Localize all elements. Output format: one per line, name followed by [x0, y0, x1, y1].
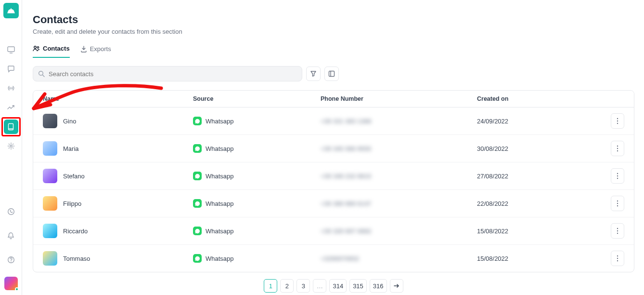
table-row[interactable]: Maria Whatsapp +39 345 586 9555 30/08/20… — [33, 135, 634, 162]
help-icon — [7, 256, 15, 264]
svg-point-11 — [34, 46, 37, 48]
app-logo[interactable] — [3, 3, 19, 18]
tab-label: Exports — [90, 45, 111, 53]
svg-point-33 — [617, 258, 618, 259]
nav-help[interactable] — [4, 253, 18, 267]
tab-label: Contacts — [43, 45, 70, 52]
chat-icon — [7, 65, 15, 73]
phone-number: +39 329 697 0882 — [321, 228, 477, 235]
page-next-button[interactable] — [390, 279, 403, 293]
svg-point-4 — [11, 88, 12, 89]
nav-chat[interactable] — [4, 62, 18, 76]
tab-exports[interactable]: Exports — [80, 45, 111, 58]
contact-name: Maria — [63, 145, 79, 152]
svg-point-12 — [37, 46, 39, 48]
svg-point-20 — [617, 146, 618, 147]
contact-name: Riccardo — [63, 228, 88, 235]
page-2-button[interactable]: 2 — [280, 279, 294, 293]
source-label: Whatsapp — [206, 200, 234, 207]
svg-rect-15 — [329, 71, 335, 77]
main-content: Contacts Create, edit and delete your co… — [22, 0, 644, 295]
created-date: 30/08/2022 — [477, 145, 605, 152]
row-actions-button[interactable] — [611, 168, 624, 184]
sidebar — [0, 0, 22, 295]
nav-whatsapp[interactable] — [4, 204, 18, 219]
row-actions-button[interactable] — [611, 141, 624, 156]
phone-number: +39 331 365 1388 — [321, 118, 477, 125]
svg-rect-0 — [7, 13, 15, 13]
svg-point-10 — [11, 261, 12, 262]
contact-name: Filippo — [63, 200, 81, 207]
col-header-source[interactable]: Source — [193, 95, 321, 102]
source-label: Whatsapp — [206, 228, 234, 235]
col-header-phone[interactable]: Phone Number — [321, 95, 477, 102]
whatsapp-badge-icon — [193, 199, 202, 208]
svg-point-24 — [617, 175, 618, 176]
tab-contacts[interactable]: Contacts — [33, 45, 70, 58]
whatsapp-badge-icon — [193, 144, 202, 153]
filter-button[interactable] — [306, 67, 321, 81]
user-avatar[interactable] — [4, 277, 18, 290]
page-subtitle: Create, edit and delete your contacts fr… — [33, 28, 634, 35]
svg-point-32 — [617, 255, 618, 256]
svg-point-17 — [617, 118, 618, 119]
page-1-button[interactable]: 1 — [264, 279, 277, 293]
table-row[interactable]: Gino Whatsapp +39 331 365 1388 24/09/202… — [33, 107, 634, 135]
avatar — [43, 224, 57, 238]
col-header-created[interactable]: Created on — [477, 95, 605, 102]
table-row[interactable]: Tommaso Whatsapp +3296970852 15/08/2022 — [33, 245, 634, 272]
contacts-table: Name Source Phone Number Created on Gino… — [33, 90, 634, 272]
source-label: Whatsapp — [206, 255, 234, 262]
pagination: 1 2 3 … 314 315 316 — [33, 272, 634, 295]
created-date: 15/08/2022 — [477, 228, 605, 235]
page-314-button[interactable]: 314 — [329, 279, 347, 293]
svg-point-30 — [617, 230, 618, 231]
page-ellipsis: … — [313, 279, 326, 293]
whatsapp-badge-icon — [193, 172, 202, 180]
contact-name: Gino — [63, 118, 76, 125]
gear-icon — [7, 142, 15, 150]
filter-row — [33, 66, 634, 81]
table-row[interactable]: Riccardo Whatsapp +39 329 697 0882 15/08… — [33, 217, 634, 245]
svg-point-28 — [617, 205, 618, 206]
page-315-button[interactable]: 315 — [349, 279, 367, 293]
nav-analytics[interactable] — [4, 100, 18, 115]
table-row[interactable]: Filippo Whatsapp +39 389 989 6147 22/08/… — [33, 190, 634, 217]
avatar — [43, 251, 57, 266]
svg-point-25 — [617, 178, 618, 179]
page-316-button[interactable]: 316 — [370, 279, 387, 293]
col-header-name[interactable]: Name — [43, 95, 193, 102]
arrow-right-icon — [394, 283, 399, 288]
row-actions-button[interactable] — [611, 113, 624, 129]
contact-name: Stefano — [63, 173, 85, 180]
svg-point-23 — [617, 173, 618, 174]
svg-point-8 — [8, 209, 14, 215]
row-actions-button[interactable] — [611, 223, 624, 239]
filter-icon — [310, 70, 317, 77]
avatar — [43, 141, 57, 156]
nav-settings[interactable] — [4, 139, 18, 153]
source-label: Whatsapp — [206, 118, 234, 125]
avatar — [43, 169, 57, 183]
nav-dashboard[interactable] — [4, 42, 18, 57]
search-input-wrap[interactable] — [33, 66, 302, 81]
created-date: 15/08/2022 — [477, 255, 605, 262]
page-3-button[interactable]: 3 — [296, 279, 310, 293]
row-actions-button[interactable] — [611, 196, 624, 211]
cloche-icon — [7, 7, 15, 14]
svg-point-1 — [11, 8, 12, 9]
nav-contacts[interactable] — [4, 120, 18, 134]
broadcast-icon — [7, 85, 15, 92]
page-title: Contacts — [33, 13, 634, 26]
svg-point-27 — [617, 203, 618, 204]
nav-broadcast[interactable] — [4, 81, 18, 95]
dots-vertical-icon — [617, 228, 618, 234]
search-input[interactable] — [49, 70, 297, 78]
table-row[interactable]: Stefano Whatsapp +39 349 232 9815 27/08/… — [33, 162, 634, 190]
columns-button[interactable] — [324, 67, 339, 81]
nav-notifications[interactable] — [4, 228, 18, 243]
svg-point-22 — [617, 150, 618, 151]
row-actions-button[interactable] — [611, 251, 624, 266]
whatsapp-badge-icon — [193, 254, 202, 263]
created-date: 27/08/2022 — [477, 173, 605, 180]
